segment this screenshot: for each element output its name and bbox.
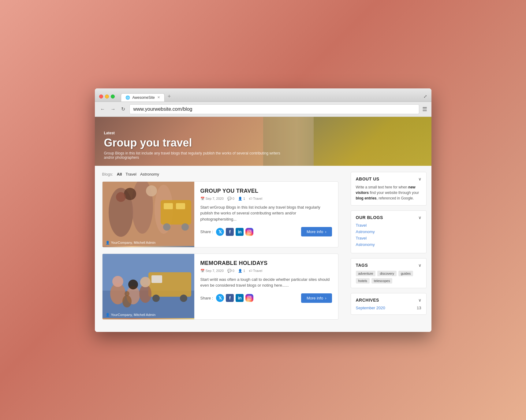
tags-widget: TAGS ∨ adventure discovery guides hotels…: [351, 258, 427, 288]
filter-travel[interactable]: Travel: [125, 172, 136, 177]
new-tab-button[interactable]: +: [165, 91, 174, 102]
svg-rect-6: [176, 203, 185, 209]
tags-area: adventure discovery guides hotels telesc…: [356, 271, 421, 284]
svg-point-19: [152, 295, 160, 302]
main-content: Blogs: All Travel Astronomy: [95, 166, 431, 332]
our-blogs-header: OUR BLOGS ∨: [356, 215, 421, 220]
svg-point-24: [122, 295, 132, 307]
more-info-button-1[interactable]: More info ›: [301, 227, 332, 236]
social-icons-2: 𝕏 f in: [216, 294, 253, 302]
tab-bar: 🌐 AwesomeSite ✕ +: [121, 91, 420, 102]
address-bar[interactable]: www.yourwebsite.com/blog: [129, 104, 419, 114]
active-tab[interactable]: 🌐 AwesomeSite ✕: [121, 93, 165, 102]
tag-hotels[interactable]: hotels: [356, 278, 370, 284]
tag-discovery[interactable]: discovery: [377, 271, 396, 276]
svg-point-30: [249, 297, 251, 299]
person-icon-2: 👤: [238, 269, 242, 273]
svg-point-20: [180, 295, 187, 302]
blog-date-2: 📅 Sep 7, 2020: [200, 269, 224, 273]
blog-caption-2: 👤 YourCompany, Mitchell Admin: [106, 313, 156, 317]
blog-caption-1: 👤 YourCompany, Mitchell Admin: [106, 241, 156, 245]
linkedin-icon-1[interactable]: in: [236, 228, 244, 236]
blog-author-2: 👤 1: [238, 269, 245, 273]
facebook-icon-1[interactable]: f: [226, 228, 234, 236]
menu-icon[interactable]: ☰: [422, 106, 427, 113]
filter-astronomy[interactable]: Astronomy: [140, 172, 159, 177]
archives-row-0: September 2020 13: [356, 306, 421, 310]
blog-date-1: 📅 Sep 7, 2020: [200, 197, 224, 201]
our-blogs-title: OUR BLOGS: [356, 215, 383, 220]
expand-icon[interactable]: ⤢: [423, 94, 427, 99]
svg-point-8: [181, 223, 189, 231]
our-blogs-chevron[interactable]: ∨: [418, 215, 421, 220]
archives-link-0[interactable]: September 2020: [356, 306, 385, 310]
person-icon: 👤: [238, 197, 242, 201]
archives-chevron[interactable]: ∨: [418, 298, 421, 303]
tag-icon-2: 🏷: [249, 269, 252, 273]
minimize-button[interactable]: [105, 95, 109, 98]
blog-title-1: GROUP YOU TRAVEL: [200, 188, 332, 194]
refresh-button[interactable]: ↻: [120, 106, 126, 113]
blog-category-1: 🏷 Travel: [249, 197, 262, 200]
browser-titlebar: 🌐 AwesomeSite ✕ + ⤢: [95, 88, 431, 102]
archives-widget: ARCHIVES ∨ September 2020 13: [351, 293, 427, 315]
linkedin-icon-2[interactable]: in: [236, 294, 244, 302]
about-us-title: ABOUT US: [356, 177, 379, 181]
facebook-icon-2[interactable]: f: [226, 294, 234, 302]
share-label-1: Share :: [200, 229, 213, 234]
forward-button[interactable]: →: [110, 106, 117, 113]
blog-area: Blogs: All Travel Astronomy: [95, 166, 346, 332]
tag-icon: 🏷: [249, 197, 252, 200]
more-info-button-2[interactable]: More info ›: [301, 293, 332, 303]
filter-all[interactable]: All: [117, 172, 122, 177]
svg-rect-5: [164, 203, 173, 209]
comment-icon-2: 💬: [227, 269, 232, 273]
tags-chevron[interactable]: ∨: [418, 263, 421, 268]
tags-header: TAGS ∨: [356, 263, 421, 268]
blog-link-2[interactable]: Travel: [356, 236, 421, 240]
maximize-button[interactable]: [111, 95, 115, 98]
about-us-header: ABOUT US ∨: [356, 177, 421, 181]
blog-link-1[interactable]: Astronomy: [356, 229, 421, 234]
instagram-icon-2[interactable]: [245, 294, 253, 302]
blog-meta-1: 📅 Sep 7, 2020 💬 0 👤 1 🏷: [200, 197, 332, 201]
hero-title: Group you travel: [104, 136, 288, 149]
filter-label: Blogs:: [102, 172, 113, 177]
hero-subtitle: Group Blogs in this list include any tra…: [104, 151, 288, 160]
svg-rect-18: [151, 275, 162, 283]
hero-vehicle-image: [314, 117, 431, 166]
twitter-icon-1[interactable]: 𝕏: [216, 228, 224, 236]
svg-point-28: [140, 277, 151, 287]
blog-footer-1: Share : 𝕏 f in More info ›: [200, 227, 332, 236]
blog-title-2: MEMORABLE HOLIDAYS: [200, 260, 332, 266]
blog-comments-1: 💬 0: [227, 197, 234, 201]
svg-point-25: [125, 291, 129, 296]
blog-link-0[interactable]: Travel: [356, 223, 421, 228]
comment-icon: 💬: [227, 197, 232, 201]
share-label-2: Share :: [200, 296, 213, 300]
tab-favicon: 🌐: [125, 95, 130, 100]
back-button[interactable]: ←: [99, 106, 106, 113]
svg-point-27: [128, 280, 138, 289]
tab-close-icon[interactable]: ✕: [157, 95, 160, 99]
tag-adventure[interactable]: adventure: [356, 271, 376, 276]
svg-point-14: [250, 230, 251, 231]
archives-title: ARCHIVES: [356, 298, 379, 303]
tags-title: TAGS: [356, 263, 368, 268]
twitter-icon-2[interactable]: 𝕏: [216, 294, 224, 302]
svg-point-31: [250, 297, 251, 297]
blog-meta-2: 📅 Sep 7, 2020 💬 0 👤 1 🏷: [200, 269, 332, 273]
svg-rect-12: [248, 230, 252, 234]
svg-point-11: [116, 192, 126, 202]
instagram-icon-1[interactable]: [245, 228, 253, 236]
arrow-icon: ›: [325, 229, 326, 234]
arrow-icon-2: ›: [325, 296, 326, 300]
browser-window: 🌐 AwesomeSite ✕ + ⤢ ← → ↻ www.yourwebsit…: [95, 88, 431, 332]
close-button[interactable]: [99, 95, 103, 98]
tag-guides[interactable]: guides: [398, 271, 413, 276]
archives-header: ARCHIVES ∨: [356, 298, 421, 303]
social-icons-1: 𝕏 f in: [216, 228, 253, 236]
about-us-chevron[interactable]: ∨: [418, 177, 421, 181]
blog-link-3[interactable]: Astronomy: [356, 242, 421, 247]
tag-telescopes[interactable]: telescopes: [371, 278, 393, 284]
